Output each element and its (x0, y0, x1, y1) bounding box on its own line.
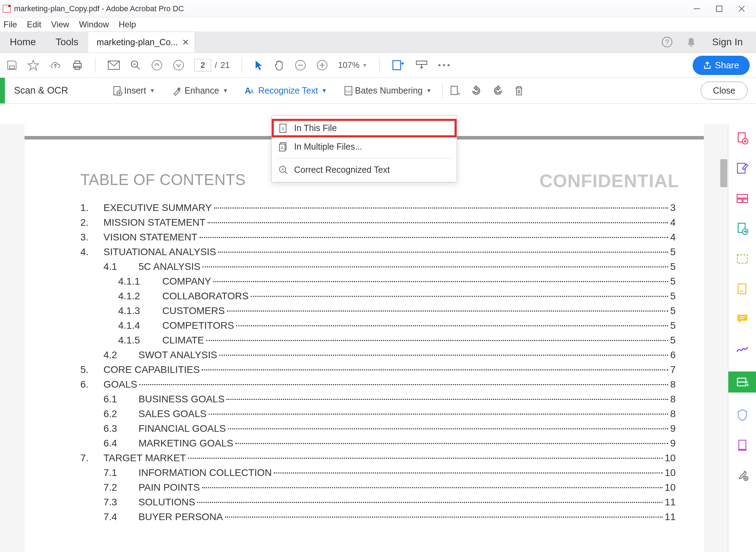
insert-dropdown[interactable]: Insert▼ (109, 83, 159, 98)
bates-numbering-dropdown[interactable]: 012Bates Numbering▼ (340, 83, 435, 98)
rotate-cw-icon[interactable] (492, 85, 504, 96)
svg-point-27 (448, 64, 450, 66)
menu-file[interactable]: File (4, 20, 17, 29)
edit-pdf-icon[interactable] (735, 161, 750, 176)
zoom-out-icon[interactable] (294, 59, 306, 71)
page-input[interactable] (194, 59, 211, 71)
scrollbar-thumb[interactable] (720, 159, 727, 187)
nav-home[interactable]: Home (0, 32, 46, 53)
menubar: File Edit View Window Help (0, 18, 756, 32)
nav-tools[interactable]: Tools (46, 32, 88, 53)
fit-width-icon[interactable]: ▼ (391, 59, 405, 71)
page-up-icon[interactable] (151, 59, 163, 71)
toc-row: 4.1.1COMPANY5 (81, 274, 676, 289)
read-mode-icon[interactable] (415, 60, 428, 70)
pdf-page: CONFIDENTIAL TABLE OF CONTENTS 1.EXECUTI… (25, 124, 704, 552)
fill-sign-icon[interactable] (735, 281, 750, 297)
document-canvas[interactable]: CONFIDENTIAL TABLE OF CONTENTS 1.EXECUTI… (0, 124, 728, 552)
share-button[interactable]: Share (693, 56, 750, 75)
toc-row: 4.SITUATIONAL ANALYSIS5 (81, 245, 676, 259)
cloud-upload-icon[interactable] (49, 59, 62, 71)
svg-rect-57 (738, 284, 746, 294)
find-icon[interactable] (130, 60, 141, 71)
tab-bar: Home Tools marketing-plan_Co... ✕ ? Sign… (0, 32, 756, 53)
bell-icon[interactable] (686, 36, 697, 48)
scan-ocr-label: Scan & OCR (5, 85, 77, 96)
toc-row: 4.2SWOT ANALYSIS6 (81, 348, 676, 362)
page-total: 21 (221, 60, 230, 70)
delete-icon[interactable] (514, 85, 524, 96)
menu-edit[interactable]: Edit (27, 20, 41, 29)
toc-row: 4.1.2COLLABORATORS5 (81, 289, 676, 304)
save-icon[interactable] (6, 60, 18, 71)
toc-row: 7.1INFORMATION COLLECTION10 (81, 465, 676, 480)
svg-rect-36 (451, 86, 457, 95)
toc-row: 7.2PAIN POINTS10 (81, 480, 676, 495)
svg-line-44 (285, 172, 287, 174)
toc-row: 4.1.3CUSTOMERS5 (81, 304, 676, 318)
svg-text:A: A (281, 146, 284, 150)
svg-rect-53 (743, 199, 748, 203)
menu-help[interactable]: Help (119, 20, 136, 29)
svg-point-16 (174, 60, 183, 70)
create-pdf-icon[interactable] (735, 130, 750, 146)
svg-rect-52 (737, 199, 742, 203)
zoom-in-icon[interactable] (316, 59, 328, 71)
recognize-text-dropdown[interactable]: AARecognize Text▼ (241, 83, 330, 98)
menu-correct-text[interactable]: A Correct Recognized Text (272, 161, 457, 179)
more-icon[interactable] (438, 63, 450, 67)
mail-icon[interactable] (107, 60, 120, 70)
close-button[interactable] (736, 4, 747, 14)
print-icon[interactable] (71, 59, 83, 71)
svg-text:A: A (282, 127, 284, 131)
toc-row: 6.4MARKETING GOALS9 (81, 436, 676, 451)
svg-text:▼: ▼ (405, 61, 405, 65)
ocr-accent (0, 78, 5, 103)
recognize-text-menu: A In This File A In Multiple Files... A … (271, 116, 457, 182)
zoom-dropdown[interactable]: 107%▼ (338, 60, 367, 70)
comment-icon[interactable] (735, 311, 750, 327)
page-down-icon[interactable] (173, 59, 185, 71)
scan-ocr-bar: Scan & OCR Insert▼ Enhance▼ AARecognize … (0, 78, 756, 104)
toc: 1.EXECUTIVE SUMMARY32.MISSION STATEMENT4… (81, 200, 676, 524)
svg-rect-22 (393, 61, 401, 70)
svg-text:012: 012 (346, 90, 351, 93)
menu-in-this-file[interactable]: A In This File (272, 119, 457, 137)
more-tools-icon[interactable] (735, 468, 750, 483)
help-icon[interactable]: ? (661, 36, 673, 48)
sign-icon[interactable] (735, 341, 750, 357)
svg-text:?: ? (665, 38, 669, 46)
document-tab[interactable]: marketing-plan_Co... ✕ (88, 32, 195, 53)
svg-point-15 (152, 60, 162, 70)
menu-window[interactable]: Window (79, 20, 109, 29)
toc-row: 4.15C ANALYSIS5 (81, 259, 676, 274)
enhance-dropdown[interactable]: Enhance▼ (168, 83, 232, 98)
menu-view[interactable]: View (51, 20, 69, 29)
maximize-button[interactable] (714, 4, 724, 14)
signin-button[interactable]: Sign In (712, 36, 743, 48)
combine-icon[interactable] (735, 191, 750, 206)
minimize-button[interactable] (692, 4, 702, 14)
toc-row: 1.EXECUTIVE SUMMARY3 (81, 200, 676, 215)
svg-line-13 (137, 67, 140, 69)
add-page-icon[interactable]: + (450, 85, 460, 96)
page-indicator: / 21 (194, 59, 230, 71)
rotate-ccw-icon[interactable] (471, 85, 482, 96)
star-icon[interactable] (27, 59, 39, 71)
optimize-icon[interactable] (735, 437, 750, 453)
svg-rect-56 (737, 255, 747, 263)
scan-ocr-active-icon[interactable]: + (728, 372, 756, 393)
hand-icon[interactable] (273, 59, 285, 71)
organize-icon[interactable] (735, 251, 750, 266)
protect-icon[interactable] (735, 407, 750, 423)
svg-text:A: A (250, 89, 254, 95)
menu-in-multiple-files[interactable]: A In Multiple Files... (272, 137, 457, 156)
svg-rect-1 (716, 6, 722, 12)
toc-row: 5.CORE CAPABILITIES7 (81, 362, 676, 377)
export-pdf-icon[interactable] (735, 221, 750, 236)
magnify-a-icon: A (279, 165, 288, 175)
svg-rect-7 (9, 66, 14, 69)
close-ocr-button[interactable]: Close (701, 82, 748, 100)
pointer-icon[interactable] (254, 60, 264, 71)
close-tab-icon[interactable]: ✕ (182, 38, 189, 47)
